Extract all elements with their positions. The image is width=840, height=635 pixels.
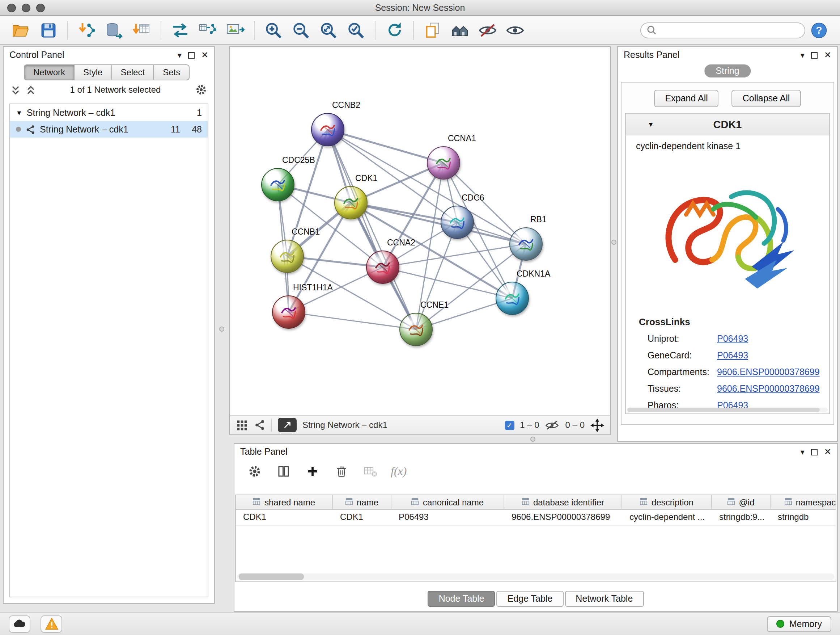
network-node-ccna2[interactable] (366, 250, 399, 284)
create-column-button[interactable] (304, 463, 321, 480)
memory-button[interactable]: Memory (767, 616, 831, 632)
column-header-description[interactable]: description (622, 495, 712, 509)
gear-icon[interactable] (195, 84, 207, 96)
collapse-all-icon[interactable] (26, 85, 35, 95)
tab-node-table[interactable]: Node Table (428, 591, 495, 607)
tab-network[interactable]: Network (24, 65, 74, 80)
hidden-eye-slash-icon[interactable] (545, 420, 560, 431)
copy-button[interactable] (421, 19, 444, 42)
crosslink-link[interactable]: 9606.ENSP00000378699 (717, 383, 820, 394)
panel-close-icon[interactable]: ✕ (824, 51, 831, 59)
zoom-out-button[interactable] (289, 19, 313, 42)
import-network-from-file-button[interactable] (75, 19, 98, 42)
crosslink-link[interactable]: P06493 (717, 333, 748, 344)
network-node-cdc25b[interactable] (261, 168, 294, 201)
delete-column-button[interactable] (333, 463, 350, 480)
tab-style[interactable]: Style (74, 65, 111, 80)
show-columns-button[interactable] (275, 463, 292, 480)
disclosure-triangle-icon[interactable]: ▼ (647, 120, 654, 128)
panel-collapse-icon[interactable]: ▾ (801, 51, 805, 59)
share-view-icon[interactable] (254, 419, 265, 431)
network-node-rb1[interactable] (509, 227, 543, 261)
crosslink-link[interactable]: P06493 (717, 350, 748, 360)
zoom-fit-button[interactable] (317, 19, 340, 42)
home-view-button[interactable] (448, 19, 472, 42)
open-session-button[interactable] (9, 19, 33, 42)
selected-count-checkbox[interactable]: ✓ (505, 420, 514, 430)
network-node-ccnb1[interactable] (271, 240, 304, 273)
zoom-window-button[interactable] (36, 4, 45, 12)
panel-collapse-icon[interactable]: ▾ (178, 51, 182, 59)
network-node-ccne1[interactable] (399, 313, 433, 346)
network-edge[interactable] (328, 130, 444, 163)
network-collection-row[interactable]: ▼ String Network – cdk1 1 (10, 104, 208, 121)
save-session-button[interactable] (37, 19, 60, 42)
disclosure-triangle-icon[interactable]: ▼ (16, 109, 22, 116)
expand-all-button[interactable]: Expand All (654, 90, 719, 107)
panel-close-icon[interactable]: ✕ (201, 51, 208, 59)
column-header-database-identifier[interactable]: database identifier (504, 495, 622, 509)
network-node-hist1h1a[interactable] (272, 295, 305, 329)
panel-float-icon[interactable] (811, 52, 818, 58)
panel-collapse-icon[interactable]: ▾ (801, 448, 805, 456)
refresh-view-button[interactable] (383, 19, 406, 42)
tab-sets[interactable]: Sets (153, 65, 189, 80)
network-edge[interactable] (328, 130, 416, 329)
collapse-all-button[interactable]: Collapse All (732, 90, 801, 107)
column-header-name[interactable]: name (333, 495, 392, 509)
hide-selected-button[interactable] (476, 19, 499, 42)
table-horizontal-scrollbar[interactable] (237, 573, 834, 580)
import-table-from-file-button[interactable] (130, 19, 153, 42)
delete-table-button[interactable] (362, 463, 379, 480)
network-node-cdkn1a[interactable] (496, 282, 529, 315)
horizontal-splitter-handle[interactable] (531, 437, 535, 442)
network-node-cdc6[interactable] (441, 206, 474, 239)
network-node-ccnb2[interactable] (311, 113, 344, 146)
column-header-namespac[interactable]: namespac (771, 495, 836, 509)
function-builder-button[interactable]: f(x) (391, 465, 407, 478)
panel-float-icon[interactable] (811, 448, 818, 455)
tab-string[interactable]: String (704, 65, 751, 78)
minimize-window-button[interactable] (22, 4, 30, 12)
grid-view-icon[interactable] (236, 419, 248, 431)
column-header--id[interactable]: @id (712, 495, 771, 509)
warnings-button[interactable] (41, 615, 62, 632)
node-label: CDC6 (462, 193, 485, 202)
network-edge[interactable] (287, 130, 328, 256)
network-edge[interactable] (328, 130, 526, 244)
search-input[interactable] (660, 25, 799, 35)
zoom-in-button[interactable] (262, 19, 285, 42)
fit-selected-crosshair-icon[interactable] (591, 418, 604, 432)
close-window-button[interactable] (7, 4, 16, 12)
tab-select[interactable]: Select (111, 65, 153, 80)
expand-all-icon[interactable] (11, 85, 20, 95)
new-network-from-selection-button[interactable] (169, 19, 192, 42)
network-edge[interactable] (289, 312, 416, 329)
network-from-table-button[interactable] (196, 19, 219, 42)
network-node-ccna1[interactable] (427, 146, 460, 180)
panel-close-icon[interactable]: ✕ (824, 448, 831, 456)
card-scrollbar[interactable] (627, 408, 828, 412)
cloud-status-button[interactable] (9, 615, 30, 632)
tab-network-table[interactable]: Network Table (565, 591, 644, 607)
vertical-splitter-handle[interactable] (219, 326, 224, 332)
panel-float-icon[interactable] (188, 52, 195, 58)
import-network-from-database-button[interactable] (103, 19, 126, 42)
vertical-splitter-handle[interactable] (611, 240, 616, 245)
tab-edge-table[interactable]: Edge Table (497, 591, 564, 607)
zoom-selected-button[interactable] (344, 19, 368, 42)
column-header-shared-name[interactable]: shared name (236, 495, 333, 509)
export-image-button[interactable] (224, 19, 247, 42)
table-row[interactable]: CDK1CDK1P064939606.ENSP00000378699cyclin… (236, 510, 836, 526)
network-node-cdk1[interactable] (334, 186, 368, 219)
column-header-canonical-name[interactable]: canonical name (392, 495, 504, 509)
network-canvas[interactable]: CCNB2 CCNA1 CDC25B CDK1 CDC6 RB1 CCNB1 C… (230, 47, 610, 415)
network-row[interactable]: String Network – cdk1 11 48 (10, 121, 208, 138)
table-settings-button[interactable] (246, 463, 264, 480)
crosslink-link[interactable]: 9606.ENSP00000378699 (717, 367, 820, 377)
show-all-button[interactable] (504, 19, 527, 42)
detach-view-button[interactable] (278, 418, 297, 432)
search-field[interactable] (640, 22, 805, 38)
gene-card-header[interactable]: ▼ CDK1 (626, 114, 829, 135)
help-button[interactable]: ? (807, 19, 831, 42)
